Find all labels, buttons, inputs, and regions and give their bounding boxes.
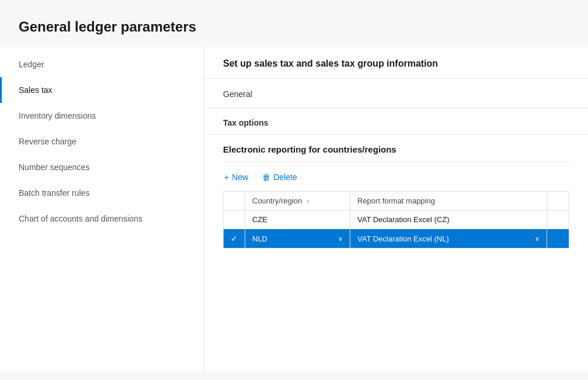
sidebar-label-inventory-dimensions: Inventory dimensions [19, 111, 96, 120]
table-row[interactable]: ✓ NLD ∨ VAT Declaration Excel (NL) ∨ [224, 229, 569, 248]
new-button[interactable]: + New [223, 170, 249, 184]
electronic-reporting-title: Electronic reporting for countries/regio… [223, 144, 569, 162]
row-nld-format: VAT Declaration Excel (NL) ∨ [350, 229, 547, 248]
sidebar-item-number-sequences[interactable]: Number sequences [0, 154, 204, 180]
row-cze-extra [547, 210, 569, 229]
row-cze-check [224, 210, 245, 229]
sidebar-label-ledger: Ledger [19, 60, 44, 69]
sidebar-item-batch-transfer-rules[interactable]: Batch transfer rules [0, 180, 204, 206]
sidebar-label-sales-tax: Sales tax [19, 85, 53, 95]
sidebar-item-sales-tax[interactable]: Sales tax [0, 77, 204, 103]
countries-table: Country/region ↑ Report format mapping C [223, 191, 569, 248]
col-header-format: Report format mapping [350, 192, 547, 210]
table-header-row: Country/region ↑ Report format mapping [224, 192, 569, 210]
section-tax-options: Tax options [204, 109, 588, 135]
table-row[interactable]: CZE VAT Declaration Excel (CZ) [224, 210, 569, 229]
country-dropdown-icon[interactable]: ∨ [338, 235, 343, 243]
sort-asc-icon: ↑ [307, 198, 310, 205]
checkmark-icon: ✓ [231, 234, 238, 243]
sidebar-item-chart-of-accounts[interactable]: Chart of accounts and dimensions [0, 206, 204, 232]
row-cze-format: VAT Declaration Excel (CZ) [350, 210, 547, 229]
col-header-extra [547, 192, 569, 210]
country-col-label: Country/region [252, 196, 302, 205]
page-title: General ledger parameters [0, 0, 588, 47]
delete-icon: 🗑 [262, 172, 270, 182]
country-nld-text: NLD [252, 234, 267, 243]
row-nld-check: ✓ [224, 229, 245, 248]
row-nld-extra [547, 229, 569, 248]
col-header-check [224, 192, 245, 210]
content-area: Set up sales tax and sales tax group inf… [204, 47, 588, 371]
sidebar-label-chart-of-accounts: Chart of accounts and dimensions [19, 214, 142, 223]
format-col-label: Report format mapping [357, 196, 435, 205]
plus-icon: + [224, 172, 229, 182]
format-nld-text: VAT Declaration Excel (NL) [357, 234, 449, 243]
col-header-country[interactable]: Country/region ↑ [245, 192, 350, 210]
sidebar-label-batch-transfer-rules: Batch transfer rules [19, 188, 89, 198]
sidebar-label-reverse-charge: Reverse charge [19, 137, 76, 146]
format-dropdown-icon[interactable]: ∨ [535, 235, 540, 243]
sidebar-label-number-sequences: Number sequences [19, 163, 89, 172]
delete-button[interactable]: 🗑 Delete [261, 170, 298, 184]
sidebar-item-reverse-charge[interactable]: Reverse charge [0, 129, 204, 154]
new-button-label: New [232, 172, 248, 182]
sidebar: Ledger Sales tax Inventory dimensions Re… [0, 47, 204, 371]
sidebar-item-inventory-dimensions[interactable]: Inventory dimensions [0, 103, 204, 129]
row-cze-country: CZE [245, 210, 350, 229]
section-general: General [204, 79, 588, 109]
country-text: CZE [252, 215, 267, 224]
format-text: VAT Declaration Excel (CZ) [357, 215, 450, 224]
sidebar-item-ledger[interactable]: Ledger [0, 51, 204, 77]
row-nld-country: NLD ∨ [245, 229, 350, 248]
content-description: Set up sales tax and sales tax group inf… [204, 47, 588, 79]
table-toolbar: + New 🗑 Delete [223, 170, 569, 184]
delete-button-label: Delete [273, 172, 297, 182]
section-electronic-reporting: Electronic reporting for countries/regio… [204, 135, 588, 260]
